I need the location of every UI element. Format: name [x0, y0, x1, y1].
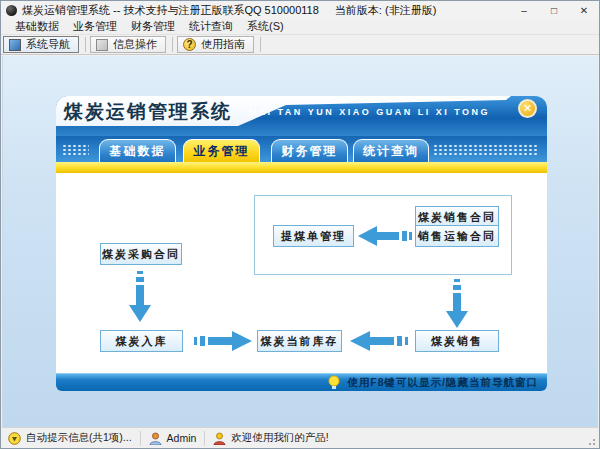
status-welcome: 欢迎使用我们的产品! [213, 431, 328, 445]
status-user[interactable]: Admin [149, 432, 197, 445]
status-separator [204, 431, 205, 446]
tab-statistics[interactable]: 统计查询 [353, 139, 429, 162]
product-icon [213, 432, 226, 445]
dots-pattern-right [433, 144, 539, 156]
tab-bar: 基础数据 业务管理 财务管理 统计查询 [56, 136, 547, 162]
close-button[interactable]: ✕ [569, 1, 599, 19]
menu-item-finance[interactable]: 财务管理 [124, 19, 182, 34]
toolbar-separator [172, 37, 173, 52]
status-auto-tip[interactable]: 自动提示信息(共1项)... [8, 431, 132, 445]
tab-basic-data[interactable]: 基础数据 [99, 139, 176, 162]
resize-grip[interactable] [586, 436, 596, 446]
user-icon [149, 432, 162, 445]
title-bar: 煤炭运销管理系统 -- 技术支持与注册正版联系QQ 510000118 当前版本… [1, 1, 599, 19]
flow-node-transport-contract[interactable]: 销售运输合同 [415, 225, 499, 247]
flow-node-pickup-slip[interactable]: 提煤单管理 [273, 225, 354, 247]
panel-close-button[interactable]: ✕ [518, 99, 537, 118]
status-auto-tip-text: 自动提示信息(共1项)... [26, 431, 132, 445]
menu-item-basic-data[interactable]: 基础数据 [8, 19, 66, 34]
toolbar-info-op-label: 信息操作 [113, 37, 157, 52]
toolbar-separator [260, 37, 261, 52]
yellow-divider-bar [56, 162, 547, 173]
menu-item-system[interactable]: 系统(S) [240, 19, 291, 34]
nav-panel-icon [9, 39, 21, 51]
window-title: 煤炭运销管理系统 -- 技术支持与注册正版联系QQ 510000118 [22, 3, 319, 18]
client-area: 煤炭运销管理系统 MEI TAN YUN XIAO GUAN LI XI TON… [2, 56, 598, 427]
window-controls: – □ ✕ [509, 1, 599, 19]
tab-finance[interactable]: 财务管理 [271, 139, 348, 162]
arrow-down-icon [127, 271, 153, 323]
dots-pattern-left [62, 144, 89, 156]
status-user-text: Admin [167, 432, 197, 444]
minimize-button[interactable]: – [509, 1, 539, 19]
tip-bar: 使用F8键可以显示/隐藏当前导航窗口 [56, 373, 547, 391]
flow-node-sale[interactable]: 煤炭销售 [415, 330, 499, 352]
tab-business[interactable]: 业务管理 [183, 139, 260, 162]
app-icon [6, 5, 17, 16]
maximize-button[interactable]: □ [539, 1, 569, 19]
info-panel-icon [96, 39, 108, 51]
version-label: 当前版本: (非注册版) [335, 3, 436, 18]
arrow-left-icon [358, 225, 412, 247]
panel-header: 煤炭运销管理系统 MEI TAN YUN XIAO GUAN LI XI TON… [56, 96, 547, 136]
flow-node-inventory[interactable]: 煤炭当前库存 [257, 330, 342, 352]
flow-node-purchase-contract[interactable]: 煤炭采购合同 [100, 243, 182, 265]
toolbar-button-guide[interactable]: ? 使用指南 [177, 36, 254, 53]
tip-text: 使用F8键可以显示/隐藏当前导航窗口 [347, 376, 538, 390]
notification-icon [8, 432, 21, 445]
lightbulb-icon [328, 375, 340, 390]
app-window: 煤炭运销管理系统 -- 技术支持与注册正版联系QQ 510000118 当前版本… [0, 0, 600, 449]
status-separator [140, 431, 141, 446]
flow-node-inbound[interactable]: 煤炭入库 [100, 330, 183, 352]
toolbar-button-system-nav[interactable]: 系统导航 [3, 36, 79, 53]
toolbar-system-nav-label: 系统导航 [26, 37, 70, 52]
toolbar-button-info-op[interactable]: 信息操作 [90, 36, 166, 53]
menu-item-statistics[interactable]: 统计查询 [182, 19, 240, 34]
arrow-left-icon [350, 330, 408, 352]
toolbar-separator [85, 37, 86, 52]
flow-canvas: 煤炭采购合同 提煤单管理 煤炭销售合同 销售运输合同 煤炭入库 煤炭当前库存 煤… [56, 173, 547, 373]
arrow-down-icon [444, 279, 470, 329]
status-welcome-text: 欢迎使用我们的产品! [231, 431, 328, 445]
menu-item-business[interactable]: 业务管理 [66, 19, 124, 34]
arrow-right-icon [194, 330, 252, 352]
toolbar-guide-label: 使用指南 [201, 37, 245, 52]
toolbar: 系统导航 信息操作 ? 使用指南 [1, 35, 599, 55]
status-bar: 自动提示信息(共1项)... Admin 欢迎使用我们的产品! [2, 427, 598, 448]
panel-title: 煤炭运销管理系统 [64, 99, 232, 125]
menu-bar: 基础数据 业务管理 财务管理 统计查询 系统(S) [1, 19, 599, 35]
panel-subtitle: MEI TAN YUN XIAO GUAN LI XI TONG [249, 107, 490, 117]
help-icon: ? [183, 38, 196, 51]
main-panel: 煤炭运销管理系统 MEI TAN YUN XIAO GUAN LI XI TON… [56, 96, 547, 391]
